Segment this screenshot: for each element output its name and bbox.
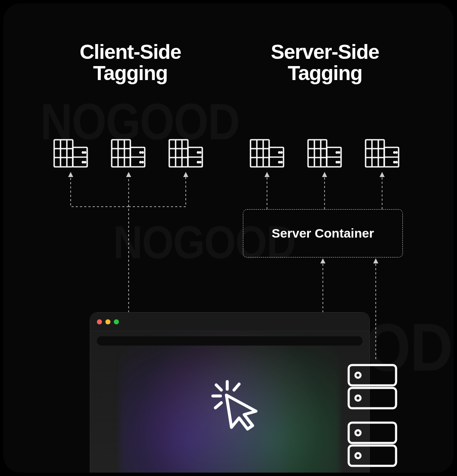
svg-line-76 <box>216 385 221 390</box>
svg-point-8 <box>85 152 86 153</box>
svg-point-64 <box>394 162 395 163</box>
svg-line-78 <box>215 403 221 408</box>
svg-point-19 <box>142 152 143 153</box>
heading-client-side: Client-Side Tagging <box>46 42 215 84</box>
svg-rect-55 <box>366 140 384 167</box>
svg-point-53 <box>336 162 338 163</box>
svg-point-63 <box>396 152 397 153</box>
svg-rect-11 <box>112 140 130 167</box>
svg-rect-0 <box>54 140 73 167</box>
diagram-canvas: NOGOOD NOGOOD NOGOOD Client-Side Tagging… <box>3 3 454 473</box>
svg-marker-69 <box>320 258 325 263</box>
svg-point-82 <box>355 396 361 401</box>
svg-marker-66 <box>68 172 73 177</box>
svg-rect-33 <box>251 140 269 167</box>
cursor-click-icon <box>209 378 259 429</box>
window-maximize-icon <box>114 319 119 324</box>
svg-marker-73 <box>373 258 378 263</box>
svg-point-41 <box>281 152 282 153</box>
svg-marker-70 <box>264 172 270 177</box>
svg-point-9 <box>83 162 84 163</box>
svg-point-80 <box>355 373 361 378</box>
svg-marker-71 <box>322 172 327 177</box>
svg-point-65 <box>396 162 397 163</box>
svg-point-7 <box>83 152 84 153</box>
svg-point-20 <box>140 162 141 163</box>
browser-titlebar <box>90 313 369 331</box>
server-stack-icon <box>347 363 398 473</box>
svg-point-52 <box>339 152 340 153</box>
svg-point-32 <box>200 162 201 163</box>
svg-marker-72 <box>380 172 385 177</box>
svg-point-31 <box>198 162 199 163</box>
database-grid-icon <box>365 139 399 168</box>
svg-rect-22 <box>169 140 188 167</box>
browser-address-bar <box>97 336 363 346</box>
heading-server-side: Server-Side Tagging <box>240 42 410 84</box>
database-grid-icon <box>53 139 88 168</box>
svg-point-29 <box>198 152 199 153</box>
database-grid-icon <box>111 139 146 168</box>
svg-point-43 <box>281 162 282 163</box>
database-grid-icon <box>168 139 203 168</box>
svg-point-62 <box>394 152 395 153</box>
database-grid-icon <box>307 139 342 168</box>
svg-point-10 <box>85 162 86 163</box>
svg-point-30 <box>200 152 201 153</box>
window-minimize-icon <box>105 319 110 324</box>
svg-point-86 <box>355 453 361 458</box>
svg-point-51 <box>336 152 338 153</box>
svg-point-18 <box>140 152 141 153</box>
svg-marker-67 <box>126 172 131 177</box>
server-container-label: Server Container <box>272 226 374 241</box>
svg-point-40 <box>279 152 280 153</box>
svg-line-77 <box>234 384 239 390</box>
server-container-box: Server Container <box>243 209 403 257</box>
svg-point-42 <box>279 162 280 163</box>
svg-marker-68 <box>183 172 188 177</box>
svg-point-84 <box>355 430 361 435</box>
window-close-icon <box>97 319 102 324</box>
svg-rect-44 <box>308 140 327 167</box>
svg-point-54 <box>339 162 340 163</box>
database-grid-icon <box>250 139 284 168</box>
svg-point-21 <box>142 162 143 163</box>
